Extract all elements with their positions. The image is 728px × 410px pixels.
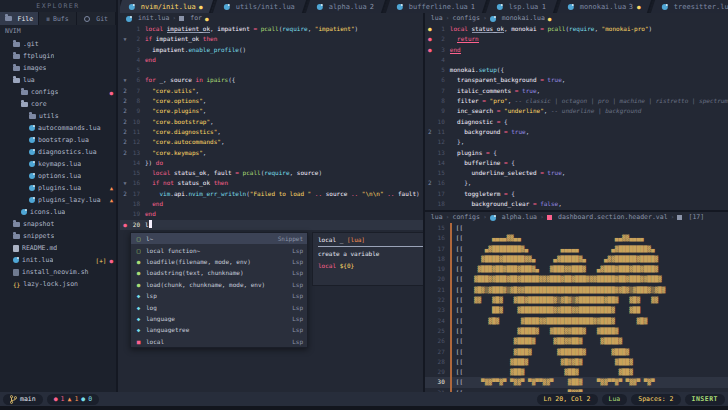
editor-pane-init-lua[interactable]: init.lua›for● 1local impatient_ok, impat… xyxy=(120,13,425,392)
buffer-tab[interactable]: treesitter.lua xyxy=(651,0,728,13)
code-line[interactable]: 15 local status_ok, fault = pcall(requir… xyxy=(120,168,423,178)
explorer-tab-bufs[interactable]: ≡Bufs xyxy=(39,12,78,25)
tree-item[interactable]: configs● xyxy=(0,86,116,98)
tree-item[interactable]: .git xyxy=(0,38,116,50)
code-line[interactable]: ●1local status_ok, monokai = pcall(requi… xyxy=(425,24,728,34)
tree-item[interactable]: lua xyxy=(0,74,116,86)
tree-item[interactable]: icons.lua xyxy=(0,206,116,218)
tree-item[interactable]: utils xyxy=(0,110,116,122)
code-line[interactable]: 24[[ ▓█▓ ▓████▓▓█████████████▓▓███▓ ▓█▓ xyxy=(425,316,728,326)
explorer-tab-git[interactable]: Git xyxy=(77,12,116,25)
code-line[interactable]: 6 transparent_background = true, xyxy=(425,75,728,85)
code-line[interactable]: 18[[ ▓████▓██████▓▓▄ ▄▓█████▓▄ ▄▓▓██████… xyxy=(425,254,728,264)
code-line[interactable]: ▼16 if not status_ok then xyxy=(120,178,423,188)
tree-item[interactable]: options.lua xyxy=(0,170,116,182)
code-line[interactable]: 15 underline_selected = true, xyxy=(425,168,728,178)
tree-item[interactable]: keymaps.lua xyxy=(0,158,116,170)
tree-item[interactable]: snippets xyxy=(0,230,116,242)
code-line[interactable]: 14 bufferline = { xyxy=(425,158,728,168)
code-line[interactable]: ▼2if impatient_ok then xyxy=(120,34,423,44)
completion-item[interactable]: □l~Snippet xyxy=(131,233,307,244)
completion-item[interactable]: ●load(chunk, chunkname, mode, env)Lsp xyxy=(131,279,307,290)
code-line[interactable]: ●3end xyxy=(425,45,728,55)
completion-item[interactable]: ◆logLsp xyxy=(131,301,307,312)
tree-item[interactable]: ftplugin xyxy=(0,50,116,62)
code-line[interactable]: 27[[ ▓███▓ ▓██████▓ ▓███▓ xyxy=(425,347,728,357)
code-line[interactable]: 4end xyxy=(120,55,423,65)
code-line[interactable]: 5 xyxy=(120,65,423,75)
code-line[interactable]: 19end xyxy=(120,209,423,219)
code-line[interactable]: 5monokai.setup({ xyxy=(425,65,728,75)
code-line[interactable]: 216 }, xyxy=(425,178,728,188)
buffer-tab[interactable]: utils/init.lua xyxy=(213,0,308,13)
code-line[interactable]: 28[[ ▓███▓ ▓█▓▓█▓ ▓███▓ xyxy=(425,357,728,367)
tree-item[interactable]: autocommands.lua xyxy=(0,122,116,134)
completion-item[interactable]: ■localLsp xyxy=(131,336,307,347)
code-line[interactable]: 20[[ ▓███▓▓███▓██▓█████▓▓▓███▓██▓███▓▓▓█… xyxy=(425,274,728,284)
code-line[interactable]: 7 italic_comments = true, xyxy=(425,86,728,96)
command-line[interactable] xyxy=(0,406,728,410)
code-line[interactable]: 1local impatient_ok, impatient = pcall(r… xyxy=(120,24,423,34)
editor-pane-alpha-lua[interactable]: lua›configs›alpha.lua›dashboard.section.… xyxy=(425,212,728,392)
code-line[interactable]: 29 "core.plugins", xyxy=(120,106,423,116)
code-line[interactable]: 15[[ xyxy=(425,223,728,233)
diagnostics-segment[interactable]: ●1 ▲1 ●0 xyxy=(47,394,100,405)
buffer-tab[interactable]: nvim/init.lua● xyxy=(120,0,216,13)
code-line[interactable]: 28 "core.options", xyxy=(120,96,423,106)
code-line[interactable]: 4 xyxy=(425,55,728,65)
indent-spaces-segment[interactable]: Spaces: 2 xyxy=(631,394,680,405)
buffer-tab[interactable]: bufferline.lua1 xyxy=(385,0,487,13)
code-line[interactable]: 26[[ ▓████▓ ▓██▓▓██▓ ▓████▓ xyxy=(425,336,728,346)
code-line[interactable]: 16[[ ▄▄▄▄▓▓▄▄ ▄▄▓▓▄▄▄▄ xyxy=(425,233,728,243)
completion-item[interactable]: ●loadstring(text, chunkname)Lsp xyxy=(131,267,307,278)
code-line[interactable]: 211 background = true, xyxy=(425,127,728,137)
code-line[interactable]: 9 inc_search = "underline", -- underline… xyxy=(425,106,728,116)
code-line[interactable]: 10 diagnostic = { xyxy=(425,117,728,127)
completion-item[interactable]: □local function~Lsp xyxy=(131,244,307,255)
buffer-tab[interactable]: monokai.lua3● xyxy=(556,0,652,13)
code-line[interactable]: 27 "core.utils", xyxy=(120,86,423,96)
code-line[interactable]: 17 toggleterm = { xyxy=(425,189,728,199)
code-line[interactable]: 12 }, xyxy=(425,137,728,147)
code-line[interactable]: ●20l xyxy=(120,220,423,230)
code-line[interactable]: ▼6for _, source in ipairs({ xyxy=(120,75,423,85)
code-line[interactable]: 213 "core.keymaps", xyxy=(120,148,423,158)
tree-item[interactable]: bootstrap.lua xyxy=(0,134,116,146)
code-line[interactable]: 30[[ ▀▓▓▀▀▓▀ ▀▓▓▀ ▀▓▀▀▓▓▀ ▓██▓ ▀▓▓▀▀▓▀ ▀… xyxy=(425,377,728,387)
buffer-tab[interactable]: lsp.lua1 xyxy=(486,0,559,13)
code-line[interactable]: 217 vim.api.nvim_err_writeln("Failed to … xyxy=(120,189,423,199)
tree-item[interactable]: init.lua[+]● xyxy=(0,254,116,266)
code-line[interactable]: 8 filter = "pro", -- classic | octagon |… xyxy=(425,96,728,106)
code-line[interactable]: 3 impatient.enable_profile() xyxy=(120,45,423,55)
code-line[interactable]: 19[[ ▓███▓██▓███▓███▓▄ ▓███▓▓███▓ ▄▓███▓… xyxy=(425,264,728,274)
code-line[interactable]: 14}) do xyxy=(120,158,423,168)
completion-item[interactable]: ◆languagetreeLsp xyxy=(131,324,307,335)
tree-item[interactable]: install_neovim.sh xyxy=(0,266,116,278)
explorer-tab-file[interactable]: File xyxy=(0,12,39,25)
tree-item[interactable]: README.md xyxy=(0,242,116,254)
code-line[interactable]: 18 end xyxy=(120,199,423,209)
filetype-segment[interactable]: Lua xyxy=(602,394,628,405)
editor-pane-monokai-lua[interactable]: lua›configs›monokai.lua● ●1local status_… xyxy=(425,13,728,212)
code-line[interactable]: ●2 return xyxy=(425,34,728,44)
tree-item[interactable]: images xyxy=(0,62,116,74)
code-line[interactable]: 23[[ ██▓ ▓█████████▓▓███▓▓█████████▓ ▓██ xyxy=(425,305,728,315)
code-line[interactable]: 18 background_clear = false, xyxy=(425,199,728,209)
code-line[interactable]: 17[[ ▄▓████████▓▄ ▄▄▄▄▄ ▄▓████████▓▄ xyxy=(425,244,728,254)
tree-item[interactable]: {}lazy-lock.json xyxy=(0,278,116,290)
tree-item[interactable]: diagnostics.lua xyxy=(0,146,116,158)
completion-item[interactable]: ◆languageLsp xyxy=(131,313,307,324)
code-line[interactable]: 212 "core.autocommands", xyxy=(120,137,423,147)
tree-item[interactable]: snapshot xyxy=(0,218,116,230)
code-line[interactable]: 211 "core.diagnostics", xyxy=(120,127,423,137)
code-line[interactable]: 29[[ ▓██▓ ▓██▓ ▓██▓ xyxy=(425,367,728,377)
buffer-tab[interactable]: alpha.lua2 xyxy=(306,0,387,13)
code-line[interactable]: 25[[ ▓████▓ ▓███▓▓███▓ ▓████▓ xyxy=(425,326,728,336)
git-branch-segment[interactable]: main xyxy=(3,394,43,405)
code-line[interactable]: 210 "core.bootstrap", xyxy=(120,117,423,127)
code-line[interactable]: 13 plugins = { xyxy=(425,148,728,158)
code-line[interactable]: 22[[ ▓▓ ▓█▓ ▓██▓███████▓▒▓█▓▒▓███████▓██… xyxy=(425,295,728,305)
code-line[interactable]: 21[[ ▓█▓▒▓███▓▒▓█▓▓█████████████████████… xyxy=(425,285,728,295)
completion-item[interactable]: ●loadfile(filename, mode, env)Lsp xyxy=(131,256,307,267)
tree-item[interactable]: plugins_lazy.lua▲ xyxy=(0,194,116,206)
